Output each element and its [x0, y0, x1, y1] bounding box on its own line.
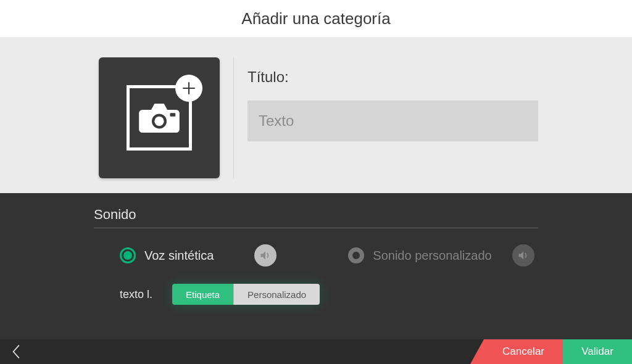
sound-options-row: Voz sintética Sonido personalizado [94, 244, 538, 267]
title-block: Título: [247, 57, 632, 178]
plus-icon [175, 75, 202, 102]
text-source-segmented: Etiqueta Personalizado [172, 284, 320, 305]
segment-etiqueta[interactable]: Etiqueta [172, 284, 233, 305]
cancel-label: Cancelar [502, 345, 544, 358]
back-button[interactable] [0, 339, 32, 364]
radio-custom-sound[interactable]: Sonido personalizado [348, 247, 491, 263]
segment-personalizado[interactable]: Personalizado [233, 284, 320, 305]
image-frame [127, 85, 192, 151]
speaker-icon [259, 249, 272, 262]
svg-point-2 [154, 117, 164, 126]
vertical-divider [233, 57, 234, 178]
sound-heading: Sonido [94, 207, 538, 228]
upper-panel: Título: [0, 37, 632, 193]
play-synthetic-button[interactable] [254, 244, 276, 267]
header: Añadir una categoría [0, 0, 632, 37]
radio-synthetic-label: Voz sintética [144, 249, 214, 263]
bottom-bar: Cancelar Validar [0, 339, 632, 364]
radio-unselected-icon [348, 247, 364, 263]
add-image-tile[interactable] [99, 57, 220, 178]
validate-label: Validar [581, 345, 613, 358]
svg-rect-3 [170, 113, 176, 116]
speaker-icon [517, 249, 530, 262]
cancel-button[interactable]: Cancelar [484, 339, 563, 364]
sound-panel: Sonido Voz sintética Sonido personalizad… [0, 193, 632, 339]
play-custom-button[interactable] [512, 244, 534, 267]
validate-button[interactable]: Validar [563, 339, 632, 364]
radio-synthetic-voice[interactable]: Voz sintética [120, 247, 214, 263]
title-input[interactable] [247, 101, 538, 141]
page-title: Añadir una categoría [241, 9, 390, 28]
text-source-row: texto l. Etiqueta Personalizado [94, 284, 538, 305]
text-source-label: texto l. [120, 288, 152, 301]
radio-custom-label: Sonido personalizado [373, 249, 491, 263]
camera-icon [138, 101, 181, 134]
radio-selected-icon [120, 247, 136, 263]
title-label: Título: [247, 68, 538, 86]
chevron-left-icon [12, 345, 20, 358]
